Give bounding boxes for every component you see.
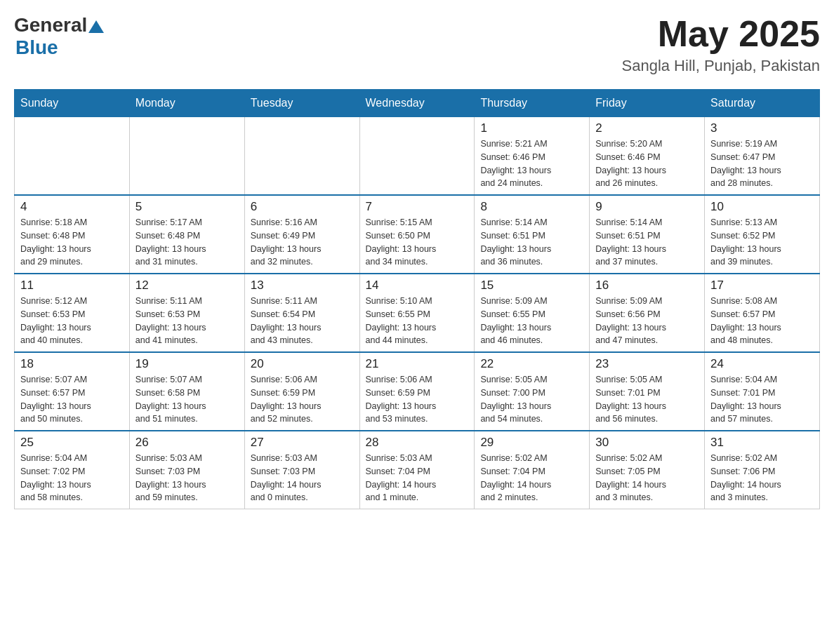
month-title: May 2025 <box>622 14 821 54</box>
day-number: 5 <box>135 200 239 214</box>
calendar-cell: 14Sunrise: 5:10 AM Sunset: 6:55 PM Dayli… <box>359 274 475 352</box>
day-number: 22 <box>480 357 583 371</box>
day-info: Sunrise: 5:07 AM Sunset: 6:57 PM Dayligh… <box>20 373 124 426</box>
day-info: Sunrise: 5:05 AM Sunset: 7:01 PM Dayligh… <box>595 373 699 426</box>
day-number: 23 <box>595 357 699 371</box>
calendar-week-row: 25Sunrise: 5:04 AM Sunset: 7:02 PM Dayli… <box>15 431 820 509</box>
calendar-cell: 31Sunrise: 5:02 AM Sunset: 7:06 PM Dayli… <box>705 431 820 509</box>
calendar-cell <box>129 117 244 196</box>
day-number: 3 <box>710 121 814 135</box>
day-info: Sunrise: 5:10 AM Sunset: 6:55 PM Dayligh… <box>366 295 469 347</box>
day-info: Sunrise: 5:13 AM Sunset: 6:52 PM Dayligh… <box>710 216 814 269</box>
day-number: 9 <box>595 200 699 214</box>
calendar-cell: 21Sunrise: 5:06 AM Sunset: 6:59 PM Dayli… <box>359 352 475 431</box>
calendar-cell: 8Sunrise: 5:14 AM Sunset: 6:51 PM Daylig… <box>475 195 590 274</box>
day-number: 29 <box>480 436 583 450</box>
day-info: Sunrise: 5:14 AM Sunset: 6:51 PM Dayligh… <box>480 216 583 269</box>
day-number: 18 <box>20 357 124 371</box>
day-info: Sunrise: 5:17 AM Sunset: 6:48 PM Dayligh… <box>135 216 239 269</box>
calendar-cell: 11Sunrise: 5:12 AM Sunset: 6:53 PM Dayli… <box>15 274 130 352</box>
day-number: 21 <box>366 357 469 371</box>
location-text: Sangla Hill, Punjab, Pakistan <box>622 57 821 75</box>
calendar-cell: 25Sunrise: 5:04 AM Sunset: 7:02 PM Dayli… <box>15 431 130 509</box>
day-info: Sunrise: 5:19 AM Sunset: 6:47 PM Dayligh… <box>710 137 814 190</box>
logo-blue-text: Blue <box>15 36 58 58</box>
calendar-cell: 2Sunrise: 5:20 AM Sunset: 6:46 PM Daylig… <box>590 117 705 196</box>
calendar-cell: 24Sunrise: 5:04 AM Sunset: 7:01 PM Dayli… <box>705 352 820 431</box>
day-info: Sunrise: 5:03 AM Sunset: 7:03 PM Dayligh… <box>251 452 354 504</box>
day-number: 14 <box>366 279 469 293</box>
day-info: Sunrise: 5:02 AM Sunset: 7:05 PM Dayligh… <box>595 452 699 504</box>
logo: General Blue <box>14 14 104 59</box>
day-info: Sunrise: 5:08 AM Sunset: 6:57 PM Dayligh… <box>710 295 814 347</box>
calendar-cell: 9Sunrise: 5:14 AM Sunset: 6:51 PM Daylig… <box>590 195 705 274</box>
calendar-cell: 7Sunrise: 5:15 AM Sunset: 6:50 PM Daylig… <box>359 195 475 274</box>
calendar-week-row: 18Sunrise: 5:07 AM Sunset: 6:57 PM Dayli… <box>15 352 820 431</box>
calendar-cell: 28Sunrise: 5:03 AM Sunset: 7:04 PM Dayli… <box>359 431 475 509</box>
day-number: 16 <box>595 279 699 293</box>
day-info: Sunrise: 5:16 AM Sunset: 6:49 PM Dayligh… <box>251 216 354 269</box>
day-number: 13 <box>251 279 354 293</box>
day-number: 28 <box>366 436 469 450</box>
calendar-cell: 16Sunrise: 5:09 AM Sunset: 6:56 PM Dayli… <box>590 274 705 352</box>
calendar-cell: 23Sunrise: 5:05 AM Sunset: 7:01 PM Dayli… <box>590 352 705 431</box>
day-info: Sunrise: 5:03 AM Sunset: 7:03 PM Dayligh… <box>135 452 239 504</box>
calendar-cell: 12Sunrise: 5:11 AM Sunset: 6:53 PM Dayli… <box>129 274 244 352</box>
calendar-cell: 5Sunrise: 5:17 AM Sunset: 6:48 PM Daylig… <box>129 195 244 274</box>
day-number: 15 <box>480 279 583 293</box>
calendar-cell <box>244 117 359 196</box>
day-number: 11 <box>20 279 124 293</box>
calendar-cell: 30Sunrise: 5:02 AM Sunset: 7:05 PM Dayli… <box>590 431 705 509</box>
calendar-cell: 6Sunrise: 5:16 AM Sunset: 6:49 PM Daylig… <box>244 195 359 274</box>
weekday-header-saturday: Saturday <box>705 90 820 117</box>
weekday-header-wednesday: Wednesday <box>359 90 475 117</box>
logo-arrow-icon <box>88 20 104 33</box>
day-info: Sunrise: 5:12 AM Sunset: 6:53 PM Dayligh… <box>20 295 124 347</box>
day-number: 12 <box>135 279 239 293</box>
calendar-cell: 3Sunrise: 5:19 AM Sunset: 6:47 PM Daylig… <box>705 117 820 196</box>
calendar-cell: 18Sunrise: 5:07 AM Sunset: 6:57 PM Dayli… <box>15 352 130 431</box>
day-number: 2 <box>595 121 699 135</box>
calendar-cell: 20Sunrise: 5:06 AM Sunset: 6:59 PM Dayli… <box>244 352 359 431</box>
day-info: Sunrise: 5:09 AM Sunset: 6:56 PM Dayligh… <box>595 295 699 347</box>
day-number: 27 <box>251 436 354 450</box>
day-number: 25 <box>20 436 124 450</box>
day-info: Sunrise: 5:21 AM Sunset: 6:46 PM Dayligh… <box>480 137 583 190</box>
calendar-cell: 19Sunrise: 5:07 AM Sunset: 6:58 PM Dayli… <box>129 352 244 431</box>
calendar-cell: 27Sunrise: 5:03 AM Sunset: 7:03 PM Dayli… <box>244 431 359 509</box>
calendar-week-row: 4Sunrise: 5:18 AM Sunset: 6:48 PM Daylig… <box>15 195 820 274</box>
calendar-cell: 26Sunrise: 5:03 AM Sunset: 7:03 PM Dayli… <box>129 431 244 509</box>
calendar-cell: 4Sunrise: 5:18 AM Sunset: 6:48 PM Daylig… <box>15 195 130 274</box>
calendar-week-row: 1Sunrise: 5:21 AM Sunset: 6:46 PM Daylig… <box>15 117 820 196</box>
calendar-week-row: 11Sunrise: 5:12 AM Sunset: 6:53 PM Dayli… <box>15 274 820 352</box>
logo-general-text: General <box>14 14 87 36</box>
calendar-cell <box>15 117 130 196</box>
calendar-cell: 17Sunrise: 5:08 AM Sunset: 6:57 PM Dayli… <box>705 274 820 352</box>
weekday-header-monday: Monday <box>129 90 244 117</box>
day-number: 7 <box>366 200 469 214</box>
weekday-header-thursday: Thursday <box>475 90 590 117</box>
day-number: 10 <box>710 200 814 214</box>
day-info: Sunrise: 5:20 AM Sunset: 6:46 PM Dayligh… <box>595 137 699 190</box>
day-info: Sunrise: 5:09 AM Sunset: 6:55 PM Dayligh… <box>480 295 583 347</box>
day-number: 20 <box>251 357 354 371</box>
day-info: Sunrise: 5:02 AM Sunset: 7:06 PM Dayligh… <box>710 452 814 504</box>
day-number: 24 <box>710 357 814 371</box>
day-info: Sunrise: 5:03 AM Sunset: 7:04 PM Dayligh… <box>366 452 469 504</box>
day-number: 30 <box>595 436 699 450</box>
weekday-header-friday: Friday <box>590 90 705 117</box>
day-info: Sunrise: 5:07 AM Sunset: 6:58 PM Dayligh… <box>135 373 239 426</box>
page-header: General Blue May 2025 Sangla Hill, Punja… <box>14 14 820 75</box>
svg-marker-0 <box>88 20 104 33</box>
day-number: 26 <box>135 436 239 450</box>
day-info: Sunrise: 5:11 AM Sunset: 6:54 PM Dayligh… <box>251 295 354 347</box>
calendar-cell: 22Sunrise: 5:05 AM Sunset: 7:00 PM Dayli… <box>475 352 590 431</box>
calendar-table: SundayMondayTuesdayWednesdayThursdayFrid… <box>14 89 820 509</box>
day-info: Sunrise: 5:06 AM Sunset: 6:59 PM Dayligh… <box>251 373 354 426</box>
weekday-header-row: SundayMondayTuesdayWednesdayThursdayFrid… <box>15 90 820 117</box>
day-number: 6 <box>251 200 354 214</box>
day-info: Sunrise: 5:18 AM Sunset: 6:48 PM Dayligh… <box>20 216 124 269</box>
day-info: Sunrise: 5:05 AM Sunset: 7:00 PM Dayligh… <box>480 373 583 426</box>
day-info: Sunrise: 5:06 AM Sunset: 6:59 PM Dayligh… <box>366 373 469 426</box>
day-info: Sunrise: 5:04 AM Sunset: 7:02 PM Dayligh… <box>20 452 124 504</box>
